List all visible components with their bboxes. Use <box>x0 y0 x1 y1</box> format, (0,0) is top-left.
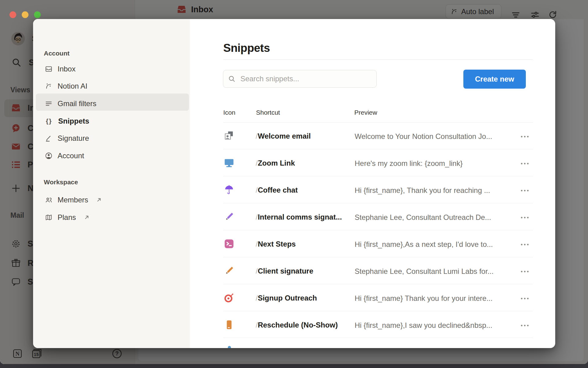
snippet-row[interactable]: /Welcome email Welcome to Your Notion Co… <box>223 122 533 149</box>
snippet-row[interactable]: /Client signature Stephanie Lee, Consult… <box>223 257 533 284</box>
braces-icon: {} <box>45 117 53 125</box>
row-menu-button[interactable] <box>518 322 531 328</box>
pen-icon <box>224 266 234 276</box>
row-menu-button[interactable] <box>518 133 531 140</box>
umbrella-icon <box>224 185 234 195</box>
notion-ai-icon <box>45 82 53 90</box>
title-divider <box>223 59 533 60</box>
settings-modal: Account Inbox Notion AI <box>33 19 555 348</box>
snippet-search[interactable] <box>223 70 377 88</box>
row-menu-button[interactable] <box>518 295 531 301</box>
snippet-preview: Stephanie Lee, Consultant Lumi Labs for.… <box>355 267 494 276</box>
monitor-icon <box>224 158 234 168</box>
row-menu-button[interactable] <box>518 160 531 167</box>
snippet-preview: Here's my zoom link: {zoom_link} <box>355 159 463 168</box>
snippet-row[interactable]: /Next Steps Hi {first_name},As a next st… <box>223 230 533 257</box>
page-title: Snippets <box>223 42 270 55</box>
snippet-preview: Stephanie Lee, Consultant Outreach De... <box>355 213 491 222</box>
snippet-row[interactable]: /Reschedule (No-Show) Hi {first_name},I … <box>223 311 533 338</box>
row-menu-button[interactable] <box>518 241 531 247</box>
column-header-icon: Icon <box>223 109 236 116</box>
notebook-icon <box>224 320 234 330</box>
contact-card-icon <box>224 131 234 141</box>
row-menu-button[interactable] <box>518 214 531 220</box>
snippet-preview: Welcome to Your Notion Consultation Jo..… <box>355 132 492 141</box>
terminal-icon <box>224 239 234 249</box>
row-menu-button[interactable] <box>518 187 531 194</box>
members-icon <box>45 196 53 204</box>
settings-item-notion-ai[interactable]: Notion AI <box>45 79 87 93</box>
snippet-row[interactable]: /Internal comms signat... Stephanie Lee,… <box>223 203 533 230</box>
snippet-preview: Hi {first_name},As a next step, I'd love… <box>355 240 493 249</box>
search-icon <box>228 75 236 83</box>
table-header: Icon Shortcut Preview <box>223 106 533 120</box>
column-header-preview: Preview <box>354 109 377 116</box>
screen: Inbox Auto label <box>0 0 588 368</box>
snippet-preview: Hi {first_name}, Thank you for reaching … <box>355 186 490 195</box>
close-button[interactable] <box>9 11 16 18</box>
settings-item-snippets[interactable]: {} Snippets <box>45 114 89 128</box>
account-heading: Account <box>44 50 70 57</box>
zoom-button[interactable] <box>34 11 41 18</box>
row-menu-button[interactable] <box>518 268 531 274</box>
settings-item-signature[interactable]: Signature <box>45 132 89 145</box>
create-new-button[interactable]: Create new <box>463 70 526 89</box>
settings-item-gmail-filters[interactable]: Gmail filters <box>45 97 96 110</box>
filter-lines-icon <box>45 100 53 108</box>
column-header-shortcut: Shortcut <box>256 109 280 116</box>
inbox-tray-icon <box>45 65 53 73</box>
next-row-partial-icon <box>228 346 231 348</box>
target-icon <box>224 293 234 303</box>
pen-icon <box>224 212 234 222</box>
settings-sidebar: Account Inbox Notion AI <box>33 19 190 348</box>
settings-item-inbox[interactable]: Inbox <box>45 62 76 76</box>
search-input[interactable] <box>240 74 371 83</box>
snippet-preview: Hi {first_name} Thank you for your inter… <box>355 294 492 303</box>
snippet-row[interactable]: /Signup Outreach Hi {first_name} Thank y… <box>223 284 533 311</box>
settings-item-plans[interactable]: Plans <box>45 211 90 224</box>
account-person-icon <box>45 152 53 160</box>
settings-item-account[interactable]: Account <box>45 149 84 163</box>
settings-item-members[interactable]: Members <box>45 193 102 207</box>
snippet-preview: Hi {first_name},I saw you declined&nbsp.… <box>355 321 492 330</box>
window-controls <box>9 11 41 18</box>
external-link-icon <box>96 197 102 203</box>
snippet-row[interactable]: /Zoom Link Here's my zoom link: {zoom_li… <box>223 149 533 176</box>
workspace-heading: Workspace <box>44 178 78 186</box>
map-icon <box>45 213 53 221</box>
minimize-button[interactable] <box>22 11 28 18</box>
external-link-icon <box>83 214 90 221</box>
snippet-row[interactable]: /Coffee chat Hi {first_name}, Thank you … <box>223 176 533 203</box>
signature-pen-icon <box>45 134 53 142</box>
